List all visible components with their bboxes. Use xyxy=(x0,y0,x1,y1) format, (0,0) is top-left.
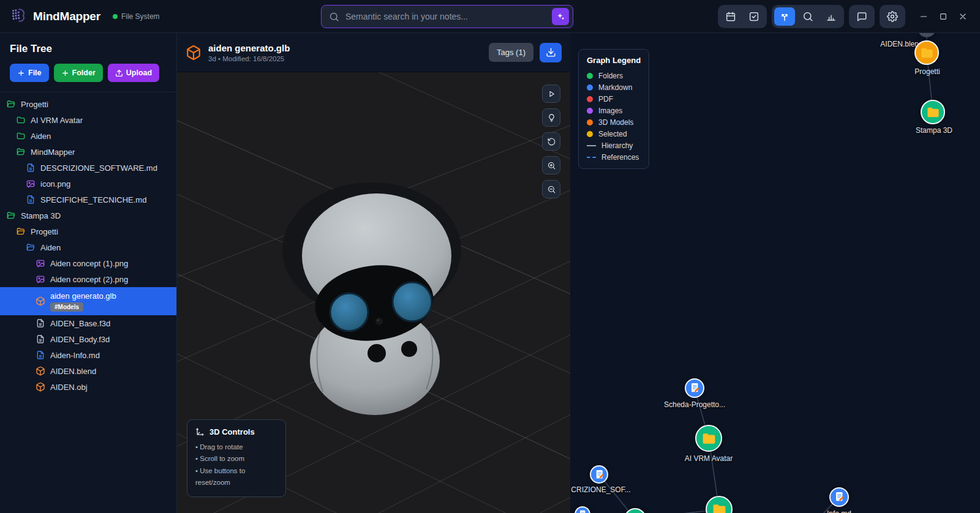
tree-item-label: MindMapper xyxy=(31,148,75,157)
viewport-3d[interactable]: 3D Controls • Drag to rotate• Scroll to … xyxy=(177,72,570,513)
legend-line xyxy=(587,145,596,146)
folder-icon xyxy=(16,115,26,125)
toolbar-search-button[interactable] xyxy=(797,7,818,26)
controls-help-item: • Drag to rotate xyxy=(195,441,277,454)
graph-node-info-md[interactable] xyxy=(829,487,849,507)
window-minimize-button[interactable] xyxy=(915,9,932,24)
image-icon xyxy=(26,179,36,189)
sidebar-header: File Tree FileFolderUpload xyxy=(0,33,176,92)
legend-dot xyxy=(587,119,593,125)
reset-view-button[interactable] xyxy=(542,132,560,151)
new-file-label: File xyxy=(28,69,42,77)
zoom-out-button[interactable] xyxy=(542,180,560,198)
image-icon xyxy=(36,258,45,268)
group-views xyxy=(772,5,844,28)
semantic-search xyxy=(321,5,573,28)
legend-label: Hierarchy xyxy=(601,141,633,150)
tree-item-specifiche-tecniche-md[interactable]: SPECIFICHE_TECNICHE.md xyxy=(0,192,176,208)
tree-item-descrizione-software-md[interactable]: DESCRIZIONE_SOFTWARE.md xyxy=(0,160,176,176)
graph-node-ai-vrm-avatar[interactable] xyxy=(695,425,722,452)
file-icon xyxy=(36,318,45,328)
cube-icon xyxy=(36,366,45,376)
folder-open-icon xyxy=(26,242,36,252)
tree-item-ai-vrm-avatar[interactable]: AI VRM Avatar xyxy=(0,112,176,128)
file-icon xyxy=(26,195,36,204)
tree-item-aiden-generato-glb[interactable]: aiden generato.glb#Models xyxy=(0,287,176,315)
legend-dot xyxy=(587,96,593,102)
folder-icon xyxy=(16,131,26,141)
legend-label: Images xyxy=(598,107,622,115)
download-button[interactable] xyxy=(540,43,562,62)
window-close-button[interactable] xyxy=(954,9,971,24)
document-icon xyxy=(594,469,605,481)
ai-search-button[interactable] xyxy=(552,8,569,25)
tree-item-label: Stampa 3D xyxy=(21,211,61,220)
tree-item-label: SPECIFICHE_TECNICHE.md xyxy=(40,195,146,204)
folder-icon xyxy=(920,46,934,60)
tree-item-aiden-blend[interactable]: AIDEN.blend xyxy=(0,363,176,379)
legend-label: PDF xyxy=(598,95,613,103)
graph-panel[interactable]: Graph Legend FoldersMarkdownPDFImages3D … xyxy=(570,33,980,513)
play-animation-button[interactable] xyxy=(542,84,560,103)
tree-item-aiden-body-f3d[interactable]: AIDEN_Body.f3d xyxy=(0,331,176,347)
search-icon xyxy=(329,12,339,22)
tree-item-aiden-base-f3d[interactable]: AIDEN_Base.f3d xyxy=(0,315,176,331)
cube-icon xyxy=(36,382,45,392)
tree-item-aiden-concept-2-png[interactable]: Aiden concept (2).png xyxy=(0,271,176,287)
window-controls xyxy=(915,9,971,24)
search-input[interactable] xyxy=(339,12,552,21)
document-icon xyxy=(833,491,845,503)
controls-help-title-row: 3D Controls xyxy=(195,427,277,436)
tree-item-aiden[interactable]: Aiden xyxy=(0,239,176,255)
tree-item-stampa-3d[interactable]: Stampa 3D xyxy=(0,208,176,223)
tree-item-label: Aiden concept (2).png xyxy=(50,275,128,284)
tree-item-label: AIDEN.obj xyxy=(50,383,88,392)
tree-item-aiden-info-md[interactable]: Aiden-Info.md xyxy=(0,347,176,363)
graph-node-label-descrizione-sof: CRIZIONE_SOF... xyxy=(571,485,630,494)
tree-item-mindmapper[interactable]: MindMapper xyxy=(0,144,176,160)
tree-item-icon-png[interactable]: icon.png xyxy=(0,176,176,192)
file-tree-title: File Tree xyxy=(10,43,167,55)
cube-icon xyxy=(186,45,202,61)
new-folder-button[interactable]: Folder xyxy=(54,64,103,82)
tree-item-label: aiden generato.glb xyxy=(50,291,116,301)
folder-open-icon xyxy=(16,227,26,236)
toolbar-calendar-button[interactable] xyxy=(720,7,741,26)
tag-badge: #Models xyxy=(50,302,83,312)
toolbar-tasks-button[interactable] xyxy=(744,7,764,26)
tree-item-progetti[interactable]: Progetti xyxy=(0,96,176,112)
controls-help-items: • Drag to rotate• Scroll to zoom• Use bu… xyxy=(195,441,277,489)
folder-icon xyxy=(712,502,727,513)
tree-item-aiden-concept-1-png[interactable]: Aiden concept (1).png xyxy=(0,255,176,271)
graph-node-stampa-3d[interactable] xyxy=(921,100,945,124)
legend-label: Folders xyxy=(598,72,623,80)
graph-node-descrizione-sof[interactable] xyxy=(590,465,608,484)
toolbar-chat-button[interactable] xyxy=(851,7,872,26)
legend-label: Selected xyxy=(598,130,627,138)
graph-node-progetti[interactable] xyxy=(914,40,939,65)
legend-item-folders: Folders xyxy=(587,70,641,81)
legend-item-references: References xyxy=(587,151,641,163)
file-icon xyxy=(36,350,45,360)
legend-dot xyxy=(587,131,593,137)
graph-node-scheda-progetto[interactable] xyxy=(685,378,704,398)
new-file-button[interactable]: File xyxy=(10,64,49,82)
folder-icon xyxy=(701,431,717,446)
tree-item-progetti[interactable]: Progetti xyxy=(0,223,176,239)
mode-indicator: File System xyxy=(113,12,160,21)
tree-item-aiden-obj[interactable]: AIDEN.obj xyxy=(0,379,176,395)
tree-item-aiden[interactable]: Aiden xyxy=(0,128,176,144)
legend-label: References xyxy=(601,153,639,162)
folder-open-icon xyxy=(6,99,16,109)
toggle-light-button[interactable] xyxy=(542,108,560,127)
window-maximize-button[interactable] xyxy=(935,9,952,24)
zoom-in-button[interactable] xyxy=(542,156,560,174)
tree-item-label: DESCRIZIONE_SOFTWARE.md xyxy=(40,163,157,173)
upload-button[interactable]: Upload xyxy=(108,64,159,82)
tags-button[interactable]: Tags (1) xyxy=(489,43,533,62)
upload-label: Upload xyxy=(126,69,152,77)
group-planning xyxy=(718,5,767,28)
toolbar-settings-button[interactable] xyxy=(882,7,903,26)
toolbar-stats-button[interactable] xyxy=(821,7,842,26)
toolbar-graph-view-button[interactable] xyxy=(774,7,795,26)
